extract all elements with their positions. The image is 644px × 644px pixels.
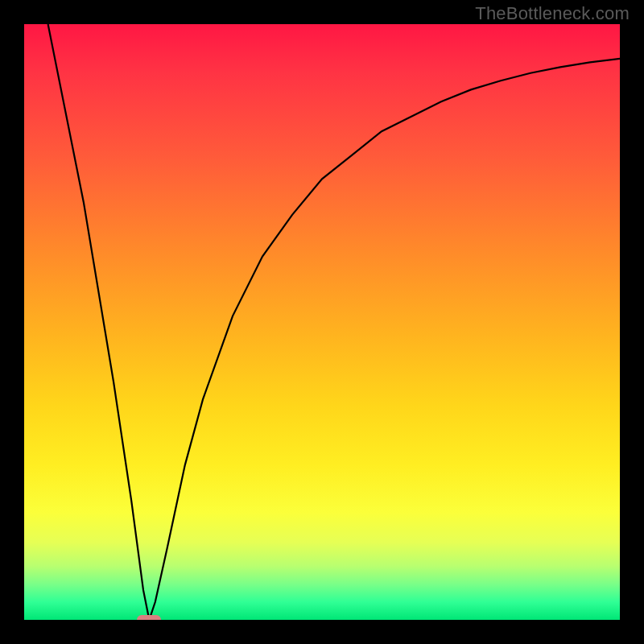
plot-area — [24, 24, 620, 620]
chart-frame: TheBottleneck.com — [0, 0, 644, 644]
attribution-text: TheBottleneck.com — [475, 3, 630, 24]
curve-svg — [24, 24, 620, 620]
optimal-marker — [137, 615, 161, 620]
bottleneck-curve — [48, 24, 620, 620]
